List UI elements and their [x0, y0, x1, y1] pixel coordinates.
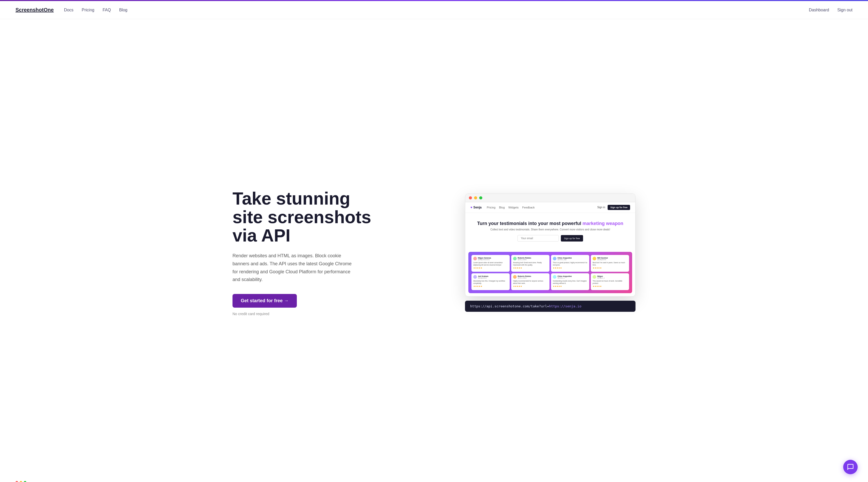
- nav-link-signout[interactable]: Sign out: [837, 8, 852, 12]
- navbar: ScreenshotOne Docs Pricing FAQ Blog Dash…: [0, 1, 868, 19]
- inner-sign-in: Sign in: [597, 206, 605, 209]
- inner-nav-left: ♥ Senja Pricing Blog Widgets Feedback: [470, 205, 535, 209]
- bottom-dot-yellow: [20, 481, 22, 482]
- inner-hero: Turn your testimonials into your most po…: [465, 213, 635, 252]
- testimonials-area: Nilgun Saranza @NilgunSaranza Lorem ipsu…: [468, 252, 632, 293]
- nav-link-blog[interactable]: Blog: [119, 8, 127, 12]
- inner-logo: ♥ Senja: [470, 205, 482, 209]
- testimonial-card: Will Gardner @willgardner Best tool I've…: [591, 255, 629, 272]
- inner-logo-text: Senja: [473, 205, 482, 209]
- browser-content: ♥ Senja Pricing Blog Widgets Feedback Si…: [465, 202, 635, 293]
- url-prefix: https://api.screenshotone.com/take?url=: [470, 304, 549, 308]
- inner-signup-cta: Sign up for free: [608, 205, 630, 210]
- chat-icon: [847, 463, 854, 471]
- inner-site-title: Turn your testimonials into your most po…: [470, 221, 630, 227]
- inner-title-highlight: marketing weapon: [583, 221, 623, 226]
- testimonial-card: Chloe Angustine @chloe_a Outstanding res…: [551, 273, 589, 290]
- inner-email-row: Sign up for free: [470, 235, 630, 242]
- dot-green: [479, 196, 482, 199]
- heart-icon: ♥: [470, 205, 472, 209]
- inner-email-input[interactable]: [518, 235, 559, 242]
- cta-button[interactable]: Get started for free →: [232, 294, 297, 308]
- testimonial-card: Roberto Robles @rob_robles Highly recomm…: [511, 273, 550, 290]
- inner-link-pricing: Pricing: [487, 206, 495, 209]
- browser-mockup: ♥ Senja Pricing Blog Widgets Feedback Si…: [465, 193, 636, 296]
- dot-yellow: [474, 196, 477, 199]
- inner-nav-links: Pricing Blog Widgets Feedback: [487, 206, 535, 209]
- logo[interactable]: ScreenshotOne: [16, 7, 54, 13]
- hero-right: ♥ Senja Pricing Blog Widgets Feedback Si…: [465, 193, 636, 312]
- bottom-dot-red: [16, 481, 18, 482]
- hero-title: Take stunning site screenshots via API: [232, 189, 377, 245]
- hero-description: Render websites and HTML as images. Bloc…: [232, 252, 356, 283]
- bottom-hint: [0, 481, 868, 482]
- inner-nav: ♥ Senja Pricing Blog Widgets Feedback Si…: [465, 202, 635, 213]
- hero-left: Take stunning site screenshots via API R…: [232, 189, 377, 316]
- nav-links: Docs Pricing FAQ Blog: [64, 8, 127, 12]
- hero-section: Take stunning site screenshots via API R…: [217, 19, 651, 481]
- browser-chrome: [465, 194, 635, 202]
- url-suffix: https://senja.io: [549, 304, 581, 308]
- nav-link-docs[interactable]: Docs: [64, 8, 73, 12]
- nav-link-dashboard[interactable]: Dashboard: [809, 8, 829, 12]
- inner-link-feedback: Feedback: [522, 206, 535, 209]
- bottom-dot-green: [24, 481, 26, 482]
- no-credit-card-text: No credit card required: [232, 312, 377, 316]
- testimonial-card: Nilgun Saranza @NilgunSaranza Lorem ipsu…: [471, 255, 510, 272]
- inner-title-text: Turn your testimonials into your most po…: [477, 221, 581, 226]
- inner-link-widgets: Widgets: [508, 206, 519, 209]
- testimonial-card: Roberto Robles @rob_robles Amazing tool!…: [511, 255, 550, 272]
- testimonial-card: Nilgun @nilgun_s This saved me hours of …: [591, 273, 629, 290]
- nav-link-faq[interactable]: FAQ: [102, 8, 111, 12]
- nav-link-pricing[interactable]: Pricing: [82, 8, 94, 12]
- navbar-right: Dashboard Sign out: [809, 8, 852, 12]
- url-bar: https://api.screenshotone.com/take?url=h…: [465, 301, 636, 312]
- testimonial-card: Jed Graham @jedgraham Absolutely love th…: [471, 273, 510, 290]
- inner-site-subtitle: Collect text and video testimonials. Sha…: [470, 228, 630, 231]
- chat-bubble[interactable]: [843, 460, 858, 474]
- testimonial-card: Chloe Angustine @chloe_ang This is a gre…: [551, 255, 589, 272]
- navbar-left: ScreenshotOne Docs Pricing FAQ Blog: [16, 7, 127, 13]
- dot-red: [469, 196, 472, 199]
- inner-signup-button[interactable]: Sign up for free: [561, 235, 583, 242]
- inner-link-blog: Blog: [499, 206, 505, 209]
- inner-nav-right: Sign in Sign up for free: [597, 205, 630, 210]
